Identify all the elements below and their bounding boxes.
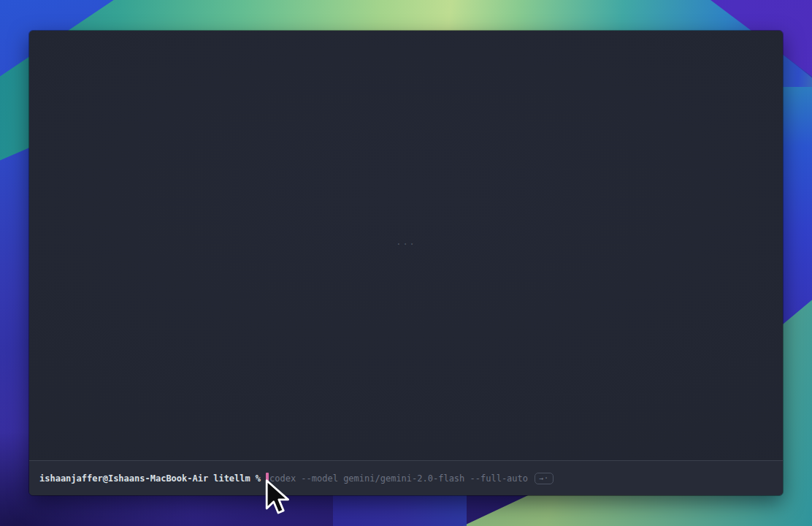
prompt-symbol: % [256,473,261,484]
terminal-prompt-bar[interactable]: ishaanjaffer@Ishaans-MacBook-Air litellm… [29,460,783,495]
text-cursor [266,473,269,484]
autosuggestion-text: codex --model gemini/gemini-2.0-flash --… [269,473,528,484]
prompt-directory: litellm [213,473,250,484]
tab-key-hint-badge: →· [535,473,554,484]
wallpaper-bottom-blue-patch [333,492,467,526]
terminal-window[interactable]: ... ishaanjaffer@Ishaans-MacBook-Air lit… [29,31,783,495]
desktop: ... ishaanjaffer@Ishaans-MacBook-Air lit… [0,0,812,526]
loading-ellipsis: ... [396,237,416,247]
terminal-output-area: ... [29,31,783,460]
prompt-user-host: ishaanjaffer@Ishaans-MacBook-Air [39,473,208,484]
wallpaper-right-blue-strip [778,87,812,328]
